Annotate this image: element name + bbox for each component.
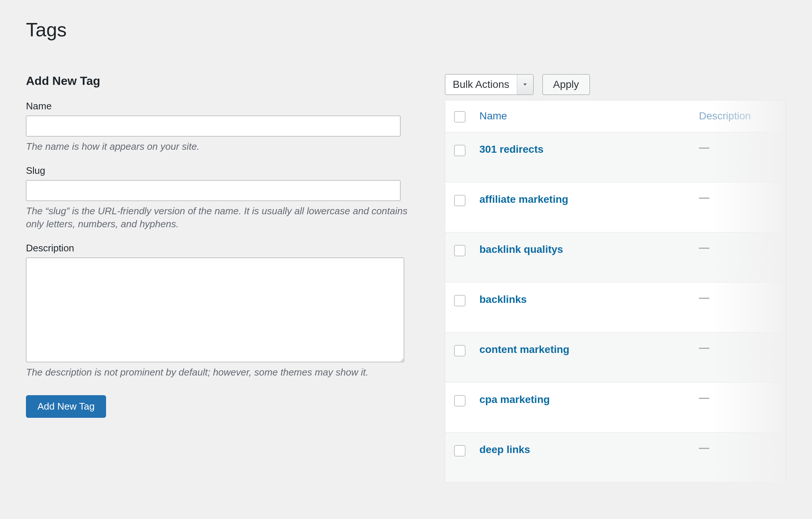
empty-description-dash [699, 298, 709, 299]
empty-description-dash [699, 198, 709, 199]
tag-name-link[interactable]: deep links [479, 444, 530, 455]
select-all-checkbox[interactable] [454, 111, 465, 122]
empty-description-dash [699, 248, 709, 249]
tag-name-link[interactable]: backlinks [479, 294, 527, 305]
row-checkbox[interactable] [454, 445, 465, 456]
table-row: content marketing [445, 333, 786, 383]
tag-name-link[interactable]: backlink qualitys [479, 244, 563, 255]
tags-table: Name Description 301 redirectsaffiliate … [445, 100, 786, 483]
empty-description-dash [699, 398, 709, 399]
description-label: Description [26, 242, 423, 254]
chevron-down-icon [517, 75, 533, 95]
tag-name-link[interactable]: content marketing [479, 344, 570, 355]
row-checkbox[interactable] [454, 345, 465, 356]
empty-description-dash [699, 148, 709, 149]
bulk-actions-select[interactable]: Bulk Actions [445, 74, 534, 95]
add-new-tag-button[interactable]: Add New Tag [26, 395, 106, 418]
table-row: backlink qualitys [445, 232, 786, 282]
slug-input[interactable] [26, 180, 400, 201]
row-checkbox[interactable] [454, 395, 465, 406]
description-input[interactable] [26, 258, 404, 362]
page-title: Tags [26, 19, 786, 41]
tag-name-link[interactable]: 301 redirects [479, 143, 544, 155]
column-header-name[interactable]: Name [479, 110, 507, 122]
name-hint: The name is how it appears on your site. [26, 140, 423, 153]
table-row: backlinks [445, 282, 786, 333]
table-row: 301 redirects [445, 132, 786, 182]
tag-name-link[interactable]: affiliate marketing [479, 194, 568, 205]
empty-description-dash [699, 448, 709, 449]
name-input[interactable] [26, 116, 400, 136]
slug-label: Slug [26, 165, 423, 176]
table-header-row: Name Description [445, 100, 786, 132]
row-checkbox[interactable] [454, 145, 465, 156]
row-checkbox[interactable] [454, 295, 465, 306]
apply-button[interactable]: Apply [542, 74, 590, 95]
table-row: cpa marketing [445, 383, 786, 433]
table-row: deep links [445, 433, 786, 483]
add-tag-form: Add New Tag Name The name is how it appe… [26, 74, 423, 483]
row-checkbox[interactable] [454, 195, 465, 206]
name-label: Name [26, 100, 423, 112]
table-row: affiliate marketing [445, 182, 786, 232]
form-heading: Add New Tag [26, 74, 423, 88]
bulk-actions-selected: Bulk Actions [445, 75, 517, 95]
row-checkbox[interactable] [454, 245, 465, 256]
slug-hint: The “slug” is the URL-friendly version o… [26, 205, 423, 231]
column-header-description[interactable]: Description [699, 110, 751, 122]
description-hint: The description is not prominent by defa… [26, 366, 423, 379]
tag-name-link[interactable]: cpa marketing [479, 394, 550, 405]
empty-description-dash [699, 348, 709, 349]
